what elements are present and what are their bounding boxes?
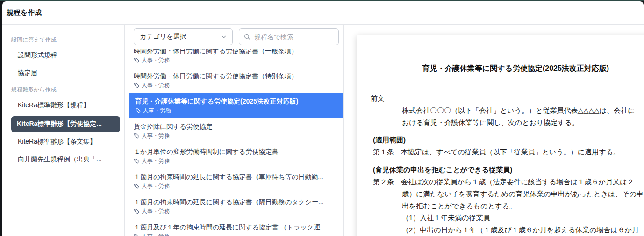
category-select[interactable]: カテゴリを選択 [134, 28, 233, 45]
tag-label: 人事・労務 [142, 157, 170, 165]
tag-icon [134, 183, 140, 189]
list-item-title: 時間外労働・休日労働に関する労使協定書（一般条項） [134, 49, 335, 56]
document-line-preamble-label: 前文 [371, 94, 385, 103]
page-title: 規程を作成 [7, 8, 42, 17]
document-line: 歳）に満たない子を養育するための育児休業の申出があったときは、その申 [402, 189, 644, 199]
create-regulation-modal: 規程を作成 設問に答えて作成 設問形式規程 協定届 規程雛形から作成 KiteR… [2, 1, 644, 236]
list-item-overtime-special[interactable]: 時間外労働・休日労働に関する労使協定書（特別条項） 人事・労務 [125, 68, 343, 93]
document-line: 出を拒むことができるものとする。 [402, 201, 516, 211]
document-line: おける育児・介護休業等に関し、次のとおり協定する。 [402, 118, 579, 127]
tag-icon [134, 158, 140, 164]
document-line-article-2: 第２条 会社は次の従業員から１歳（法定要件に該当する場合は１歳６か月又は２ [373, 177, 634, 187]
document-line-item-1: （1）入社１年未満の従業員 [402, 213, 490, 222]
list-item-monthly-restraint-taxi[interactable]: １箇月の拘束時間の延長に関する協定書（隔日勤務のタクシー... 人事・労務 [125, 194, 343, 219]
list-item-title: １箇月の拘束時間の延長に関する協定書（車庫待ち等の日勤勤... [134, 172, 335, 181]
list-item-tag: 人事・労務 [134, 56, 335, 64]
list-item-tag: 人事・労務 [134, 157, 335, 165]
document-line: 株式会社〇〇〇（以下「会社」という。）と従業員代表△△△△は、会社に [402, 106, 635, 115]
sidebar-item-mukai-regulation-examples[interactable]: 向井蘭先生規程例（出典「... [18, 155, 120, 164]
list-item-tag: 人事・労務 [135, 107, 335, 114]
tag-label: 人事・労務 [143, 107, 171, 114]
tag-label: 人事・労務 [142, 56, 170, 64]
template-list: 時間外労働・休日労働に関する労使協定書（一般条項） 人事・労務 時間外労働・休日… [125, 49, 343, 236]
list-item-title: １箇月及び１年の拘束時間の延長に関する協定書 （トラック運... [134, 222, 335, 232]
list-item-title: 時間外労働・休日労働に関する労使協定書（特別条項） [134, 71, 335, 81]
modal-content: 設問に答えて作成 設問形式規程 協定届 規程雛形から作成 KiteRa標準雛形【… [2, 25, 644, 236]
tag-icon [134, 133, 140, 139]
search-icon [244, 34, 250, 40]
search-box[interactable] [239, 28, 339, 45]
tag-label: 人事・労務 [142, 82, 170, 89]
document-heading-scope: (適用範囲) [373, 135, 406, 145]
sidebar-item-kitera-template-regulation[interactable]: KiteRa標準雛形【規程】 [18, 101, 120, 110]
list-item-wage-deduction[interactable]: 賃金控除に関する労使協定 人事・労務 [125, 118, 343, 143]
tag-label: 人事・労務 [142, 208, 170, 215]
category-select-value: カテゴリを選択 [140, 33, 186, 41]
sidebar-item-agreement-report[interactable]: 協定届 [18, 69, 120, 77]
list-item-monthly-yearly-restraint-truck[interactable]: １箇月及び１年の拘束時間の延長に関する協定書 （トラック運... 人事・労務 [125, 219, 343, 236]
document-title: 育児・介護休業等に関する労使協定(2025法改正対応版) [357, 64, 644, 74]
list-item-monthly-restraint-garage[interactable]: １箇月の拘束時間の延長に関する協定書（車庫待ち等の日勤勤... 人事・労務 [125, 168, 343, 194]
list-item-childcare-agreement-selected[interactable]: 育児・介護休業等に関する労使協定(2025法改正対応版) 人事・労務 [129, 93, 343, 118]
list-item-title: 育児・介護休業等に関する労使協定(2025法改正対応版) [135, 97, 335, 106]
sidebar-item-kitera-template-clauses[interactable]: KiteRa標準雛形【条文集】 [18, 138, 120, 146]
list-item-title: １か月単位の変形労働時間制に関する労使協定書 [134, 147, 335, 156]
tag-icon [134, 57, 140, 63]
tag-icon [134, 234, 140, 236]
list-item-title: 賃金控除に関する労使協定 [134, 122, 335, 131]
sidebar-item-kitera-template-labor-agreement[interactable]: KiteRa標準雛形【労使協定... [11, 116, 120, 132]
chevron-down-icon [221, 34, 227, 40]
tag-label: 人事・労務 [142, 233, 170, 236]
document-heading-refusable-employees: (育児休業の申出を拒むことができる従業員) [373, 165, 512, 174]
tag-label: 人事・労務 [142, 182, 170, 190]
template-list-panel: カテゴリを選択 時間外労働・休日労働に関する労使協定書（一般条項） [125, 25, 344, 236]
list-item-tag: 人事・労務 [134, 132, 335, 139]
tag-icon [134, 83, 140, 89]
list-item-tag: 人事・労務 [134, 182, 335, 190]
document-line-article-1: 第１条 本協定は、すべての従業員（以下「従業員」という。）に適用する。 [373, 147, 620, 157]
search-input[interactable] [254, 33, 334, 41]
sidebar-section-label-from-template: 規程雛形から作成 [11, 86, 120, 94]
list-item-overtime-general[interactable]: 時間外労働・休日労働に関する労使協定書（一般条項） 人事・労務 [125, 49, 343, 68]
sidebar: 設問に答えて作成 設問形式規程 協定届 規程雛形から作成 KiteRa標準雛形【… [2, 25, 125, 236]
list-item-monthly-variable-hours[interactable]: １か月単位の変形労働時間制に関する労使協定書 人事・労務 [125, 143, 343, 168]
modal-header: 規程を作成 [2, 1, 644, 25]
document-page: 育児・介護休業等に関する労使協定(2025法改正対応版) 前文 株式会社〇〇〇（… [357, 35, 644, 236]
tag-label: 人事・労務 [142, 132, 170, 139]
document-line-item-2: （2）申出の日から１年（１歳及び１歳６か月を超える休業の場合は６か月 [402, 225, 639, 235]
list-item-tag: 人事・労務 [134, 82, 335, 89]
list-item-title: １箇月の拘束時間の延長に関する協定書（隔日勤務のタクシー... [134, 197, 335, 207]
sidebar-section-label-answer-questions: 設問に答えて作成 [11, 36, 120, 44]
list-item-tag: 人事・労務 [134, 208, 335, 215]
tag-icon [134, 208, 140, 215]
tag-icon [135, 108, 141, 114]
list-item-tag: 人事・労務 [134, 233, 335, 236]
sidebar-item-question-format-regulation[interactable]: 設問形式規程 [18, 51, 120, 60]
document-preview-panel: 育児・介護休業等に関する労使協定(2025法改正対応版) 前文 株式会社〇〇〇（… [344, 25, 644, 236]
filter-bar: カテゴリを選択 [125, 25, 343, 49]
